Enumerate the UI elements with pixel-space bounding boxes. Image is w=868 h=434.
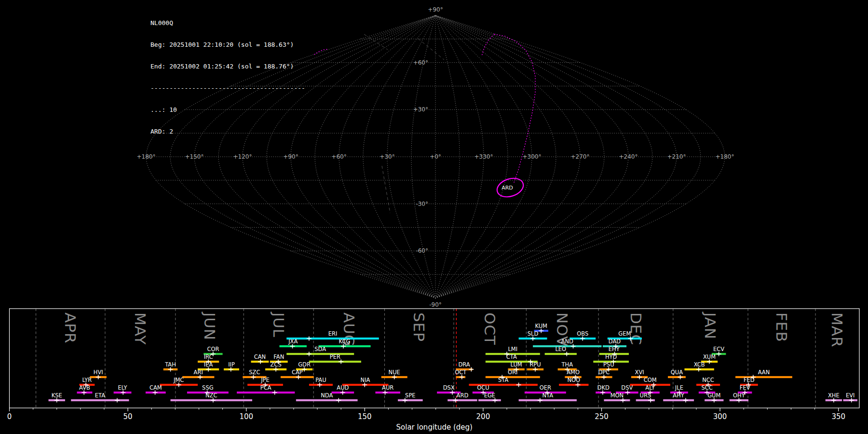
shower-label-CTA: CTA bbox=[506, 353, 517, 360]
ard-count: ARD: 2 bbox=[150, 128, 305, 135]
longitude-label: +180° bbox=[716, 153, 734, 160]
shower-label-EHY: EHY bbox=[609, 346, 620, 353]
shower-label-CAM: CAM bbox=[149, 384, 162, 391]
shower-label-ERI: ERI bbox=[328, 330, 338, 337]
shower-label-NDA: NDA bbox=[321, 392, 333, 399]
shower-label-JXA: JXA bbox=[288, 338, 298, 345]
shower-label-ALY: ALY bbox=[645, 384, 655, 391]
shower-label-IRC: IRC bbox=[204, 353, 213, 360]
shower-label-DPC: DPC bbox=[598, 369, 610, 376]
shower-bar-AUR bbox=[375, 392, 400, 393]
shower-label-NTA: NTA bbox=[542, 392, 553, 399]
shower-bar-ERI bbox=[286, 338, 379, 339]
shower-label-URS: URS bbox=[640, 392, 651, 399]
shower-label-XUM: XUM bbox=[703, 353, 716, 360]
shower-label-KSE: KSE bbox=[52, 392, 62, 399]
shower-label-COR: COR bbox=[207, 346, 219, 353]
shower-label-AMO: AMO bbox=[567, 369, 580, 376]
month-label-APR: APR bbox=[62, 312, 79, 343]
begin-time: Beg: 20251001 22:10:20 (sol = 188.63°) bbox=[150, 41, 305, 48]
pole-label-north: +90° bbox=[428, 6, 443, 13]
month-label-OCT: OCT bbox=[481, 312, 499, 345]
shower-label-FAN: FAN bbox=[273, 353, 284, 360]
shower-label-SSG: SSG bbox=[202, 384, 214, 391]
tick-label-150: 150 bbox=[358, 412, 372, 421]
shower-label-DAD: DAD bbox=[609, 338, 621, 345]
shower-label-XCB: XCB bbox=[694, 361, 705, 368]
shower-label-JLE: JLE bbox=[675, 384, 683, 391]
shower-label-PCA: PCA bbox=[260, 384, 271, 391]
ard-radiant-label: ARD bbox=[502, 185, 513, 191]
shower-label-ELY: ELY bbox=[118, 384, 127, 391]
shower-label-SCC: SCC bbox=[701, 384, 712, 391]
shower-label-AAN: AAN bbox=[758, 369, 770, 376]
shower-label-DRA: DRA bbox=[458, 361, 470, 368]
shower-label-KCG: KCG bbox=[339, 338, 351, 345]
shower-label-CAP: CAP bbox=[292, 369, 303, 376]
shower-label-EGE: EGE bbox=[484, 392, 495, 399]
shower-bar-NDA bbox=[296, 399, 358, 401]
shower-label-HVI: HVI bbox=[94, 369, 103, 376]
longitude-label: +240° bbox=[619, 153, 638, 160]
activity-timeline: APRMAYJUNJULAUGSEPOCTNOVDECJANFEBMARKUME… bbox=[7, 309, 859, 432]
longitude-label: +210° bbox=[667, 153, 686, 160]
shower-label-AUD: AUD bbox=[337, 384, 349, 391]
shower-label-GDR: GDR bbox=[298, 361, 311, 368]
shower-label-ECV: ECV bbox=[713, 346, 724, 353]
longitude-label: +60° bbox=[331, 153, 346, 160]
shower-label-NZC: NZC bbox=[205, 392, 217, 399]
shower-label-DSX: DSX bbox=[443, 384, 455, 391]
shower-label-FED: FED bbox=[744, 377, 755, 383]
longitude-label: +180° bbox=[137, 153, 156, 160]
month-label-MAY: MAY bbox=[132, 312, 149, 345]
month-label-JUL: JUL bbox=[270, 312, 287, 338]
shower-bar-PER bbox=[309, 361, 361, 363]
shower-bar-ETA bbox=[71, 399, 129, 401]
shower-bar-NOO bbox=[559, 384, 588, 386]
shower-bar-ORI bbox=[486, 376, 540, 378]
shower-label-PSU: PSU bbox=[603, 361, 614, 368]
longitude-label: +0° bbox=[430, 153, 441, 160]
shower-label-OBS: OBS bbox=[577, 330, 588, 337]
shower-label-OCT: OCT bbox=[455, 369, 467, 376]
tick-label-0: 0 bbox=[7, 412, 12, 421]
shower-bar-PCA bbox=[237, 392, 295, 393]
longitude-label: +120° bbox=[233, 153, 252, 160]
shower-label-SDA: SDA bbox=[314, 346, 326, 353]
shower-label-XHE: XHE bbox=[828, 392, 840, 399]
shower-label-AND: AND bbox=[561, 338, 573, 345]
month-label-FEB: FEB bbox=[773, 312, 790, 342]
figure-canvas: ARD+90°-90°+60°+30°-30°-60°+180°+150°+12… bbox=[0, 0, 868, 434]
shower-label-ETA: ETA bbox=[95, 392, 105, 399]
longitude-label: +90° bbox=[283, 153, 298, 160]
shower-bar-AHY bbox=[663, 399, 694, 401]
shower-label-PAU: PAU bbox=[315, 377, 326, 383]
shower-bar-NTA bbox=[519, 399, 577, 401]
shower-label-OER: OER bbox=[540, 384, 551, 391]
meteor-radiant-figure: ARD+90°-90°+60°+30°-30°-60°+180°+150°+12… bbox=[0, 0, 868, 434]
shower-label-STA: STA bbox=[498, 377, 508, 383]
shower-label-JPE: JPE bbox=[260, 377, 270, 383]
shower-label-ZCS: ZCS bbox=[270, 361, 281, 368]
shower-label-QUA: QUA bbox=[671, 369, 683, 376]
shower-label-SZC: SZC bbox=[249, 369, 260, 376]
graticule-meridian bbox=[435, 15, 580, 298]
shower-label-MON: MON bbox=[610, 392, 624, 399]
shower-label-EVI: EVI bbox=[846, 392, 855, 399]
shower-label-ORI: ORI bbox=[508, 369, 517, 376]
month-label-JAN: JAN bbox=[702, 312, 719, 339]
tick-label-200: 200 bbox=[476, 412, 490, 421]
shower-label-JMC: JMC bbox=[173, 377, 184, 383]
shower-label-ARI: ARI bbox=[194, 369, 203, 376]
shower-label-FEV: FEV bbox=[740, 384, 750, 391]
latitude-label: -30° bbox=[416, 201, 428, 207]
shower-label-LMI: LMI bbox=[508, 346, 517, 353]
longitude-label: +330° bbox=[475, 153, 493, 160]
shower-label-DKD: DKD bbox=[597, 384, 610, 391]
unassigned-count: ...: 10 bbox=[150, 106, 305, 113]
latitude-label: +30° bbox=[413, 106, 428, 113]
shower-bar-AND bbox=[533, 345, 601, 347]
shower-label-COM: COM bbox=[644, 377, 657, 383]
reference-arc bbox=[418, 39, 444, 60]
shower-label-HYD: HYD bbox=[605, 353, 617, 360]
